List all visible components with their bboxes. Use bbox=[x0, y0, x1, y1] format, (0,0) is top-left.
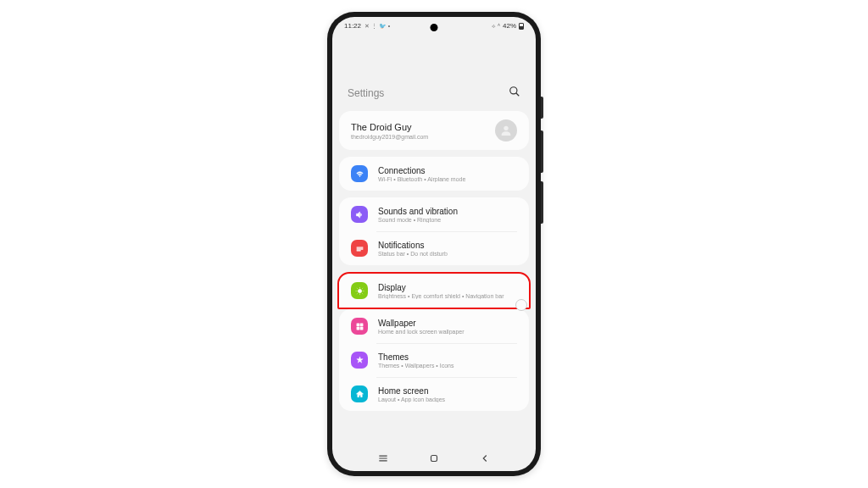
svg-point-2 bbox=[504, 126, 508, 130]
settings-row-sounds[interactable]: Sounds and vibration Sound mode • Ringto… bbox=[339, 197, 529, 231]
scroll-handle[interactable] bbox=[515, 299, 527, 311]
side-button bbox=[541, 97, 543, 119]
status-time: 11:22 bbox=[344, 22, 361, 30]
home-icon bbox=[351, 385, 368, 402]
row-title: Themes bbox=[378, 352, 517, 362]
sound-icon bbox=[351, 206, 368, 223]
account-email: thedroidguy2019@gmail.com bbox=[351, 134, 495, 140]
navigation-bar bbox=[332, 444, 536, 471]
wallpaper-icon bbox=[351, 318, 368, 335]
row-title: Sounds and vibration bbox=[378, 207, 517, 216]
phone-frame: 11:22 ✕ ⋮ 🐦 • ⟡ ᴬ 42% Settings The Droid bbox=[327, 12, 541, 476]
row-title: Display bbox=[378, 283, 517, 292]
settings-group: Connections Wi-Fi • Bluetooth • Airplane… bbox=[339, 157, 529, 191]
side-button bbox=[541, 181, 543, 224]
row-title: Wallpaper bbox=[378, 319, 517, 328]
row-subtitle: Sound mode • Ringtone bbox=[378, 217, 517, 223]
row-subtitle: Brightness • Eye comfort shield • Naviga… bbox=[378, 293, 517, 299]
recents-button[interactable] bbox=[377, 452, 389, 464]
settings-group: Sounds and vibration Sound mode • Ringto… bbox=[339, 197, 529, 265]
settings-header: Settings bbox=[332, 79, 536, 111]
settings-row-wallpaper[interactable]: Wallpaper Home and lock screen wallpaper bbox=[339, 309, 529, 343]
status-left-icons: ✕ ⋮ 🐦 • bbox=[364, 23, 390, 30]
header-space bbox=[332, 31, 536, 79]
status-signal-icon: ⟡ ᴬ bbox=[492, 23, 500, 30]
status-battery: 42% bbox=[503, 22, 516, 30]
home-button[interactable] bbox=[428, 452, 440, 464]
row-subtitle: Themes • Wallpapers • Icons bbox=[378, 363, 517, 369]
svg-rect-6 bbox=[431, 456, 437, 462]
screen: 11:22 ✕ ⋮ 🐦 • ⟡ ᴬ 42% Settings The Droid bbox=[332, 17, 536, 471]
account-card[interactable]: The Droid Guy thedroidguy2019@gmail.com bbox=[339, 111, 529, 150]
battery-icon bbox=[519, 23, 524, 30]
themes-icon bbox=[351, 352, 368, 369]
row-title: Notifications bbox=[378, 241, 517, 250]
settings-row-notifications[interactable]: Notifications Status bar • Do not distur… bbox=[339, 231, 529, 265]
settings-group: Wallpaper Home and lock screen wallpaper… bbox=[339, 309, 529, 411]
settings-list[interactable]: The Droid Guy thedroidguy2019@gmail.com … bbox=[332, 111, 536, 444]
row-subtitle: Wi-Fi • Bluetooth • Airplane mode bbox=[378, 176, 517, 182]
back-button[interactable] bbox=[479, 452, 491, 464]
settings-row-display[interactable]: Display Brightness • Eye comfort shield … bbox=[339, 274, 529, 308]
row-title: Connections bbox=[378, 166, 517, 175]
settings-row-homescreen[interactable]: Home screen Layout • App icon badges bbox=[339, 377, 529, 411]
side-button bbox=[541, 130, 543, 173]
svg-point-0 bbox=[510, 87, 517, 94]
settings-row-themes[interactable]: Themes Themes • Wallpapers • Icons bbox=[339, 343, 529, 377]
row-subtitle: Status bar • Do not disturb bbox=[378, 251, 517, 257]
page-title: Settings bbox=[348, 87, 384, 99]
row-subtitle: Layout • App icon badges bbox=[378, 396, 517, 402]
wifi-icon bbox=[351, 165, 368, 182]
avatar bbox=[495, 119, 517, 141]
settings-group: Display Brightness • Eye comfort shield … bbox=[337, 272, 531, 309]
settings-row-connections[interactable]: Connections Wi-Fi • Bluetooth • Airplane… bbox=[339, 157, 529, 191]
svg-line-1 bbox=[516, 93, 520, 97]
camera-cutout bbox=[431, 24, 438, 31]
search-button[interactable] bbox=[509, 86, 520, 101]
row-title: Home screen bbox=[378, 386, 517, 396]
display-icon bbox=[351, 282, 368, 299]
account-name: The Droid Guy bbox=[351, 122, 495, 132]
row-subtitle: Home and lock screen wallpaper bbox=[378, 329, 517, 335]
notif-icon bbox=[351, 240, 368, 257]
